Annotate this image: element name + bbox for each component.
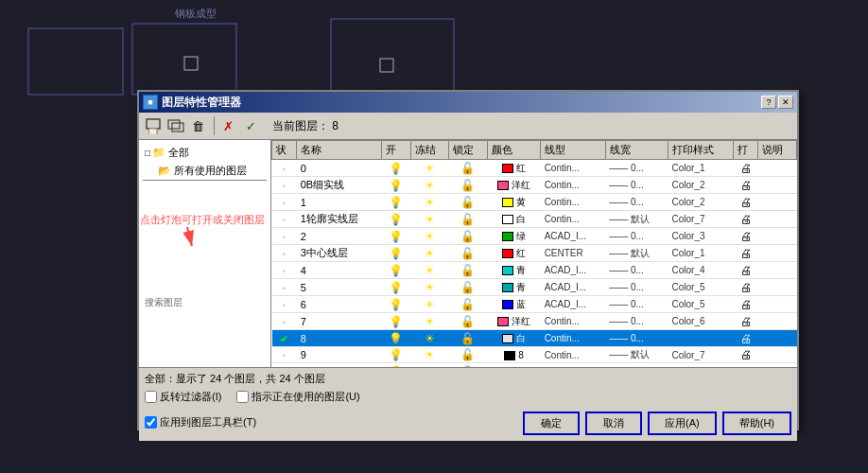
row-plot[interactable]: 🖨 [734,177,758,194]
row-plot[interactable]: 🖨 [734,262,758,279]
table-row[interactable]: ◦6💡☀🔓 蓝ACAD_I...—— 0...Color_5🖨 [272,296,797,313]
row-print-style[interactable]: Color_6 [668,313,734,330]
row-lock-toggle[interactable]: 🔓 [449,330,488,347]
row-plot[interactable]: 🖨 [734,313,758,330]
row-freeze-toggle[interactable]: ☀ [410,347,449,363]
row-lock-toggle[interactable]: 🔓 [449,279,488,296]
row-lock-toggle[interactable]: 🔓 [449,245,488,262]
row-on-toggle[interactable]: 💡 [382,177,410,194]
row-plot[interactable]: 🖨 [734,347,758,363]
row-freeze-toggle[interactable]: ☀ [410,330,449,347]
row-color[interactable]: 青 [487,262,541,279]
row-print-style[interactable]: Color_7 [668,347,734,363]
row-linetype[interactable]: CENTER [541,245,606,262]
row-linetype[interactable]: ACAD_I... [541,262,606,279]
row-color[interactable]: 红 [487,160,541,177]
row-plot[interactable]: 🖨 [734,228,758,245]
row-color[interactable]: 白 [487,330,541,347]
row-linewidth[interactable]: —— 默认 [605,211,668,228]
row-linewidth[interactable]: —— 0... [605,228,668,245]
row-name[interactable]: 6 [297,296,382,313]
row-linewidth[interactable]: —— 0... [605,296,668,313]
row-linetype[interactable]: ACAD_I... [541,228,606,245]
row-print-style[interactable]: Color_7 [668,363,734,368]
layer-table-panel[interactable]: 状 名称 开 冻结 锁定 颜色 线型 线宽 打印样式 打 说明 ◦0💡☀🔓 红C… [271,140,797,367]
row-name[interactable]: 7 [297,313,382,330]
row-color[interactable]: 青 [487,279,541,296]
table-row[interactable]: ◦0💡☀🔓 红Contin...—— 0...Color_1🖨 [272,160,797,177]
row-plot[interactable]: 🖨 [734,160,758,177]
table-row[interactable]: ◦2💡☀🔓 绿ACAD_I...—— 0...Color_3🖨 [272,228,797,245]
delete-layer-btn[interactable]: 🗑 [188,115,209,136]
table-row[interactable]: ◦3中心线层💡☀🔓 红CENTER—— 默认Color_1🖨 [272,245,797,262]
table-row[interactable]: ✔8💡☀🔓 白Contin...—— 0...🖨 [272,330,797,347]
row-print-style[interactable]: Color_5 [668,296,734,313]
table-row[interactable]: ◦1轮廓实线层💡☀🔓 白Contin...—— 默认Color_7🖨 [272,211,797,228]
row-color[interactable]: 白 [487,211,541,228]
table-row[interactable]: ◦5💡☀🔓 青ACAD_I...—— 0...Color_5🖨 [272,279,797,296]
show-active-checkbox[interactable]: 指示正在使用的图层(U) [236,390,359,404]
row-freeze-toggle[interactable]: ☀ [410,211,449,228]
row-name[interactable]: 4 [297,262,382,279]
row-print-style[interactable] [668,330,734,347]
row-plot[interactable]: 🖨 [734,279,758,296]
row-lock-toggle[interactable]: 🔓 [449,262,488,279]
row-linewidth[interactable]: —— 0... [605,177,668,194]
row-plot[interactable]: 🖨 [734,363,758,368]
row-print-style[interactable]: Color_1 [668,245,734,262]
row-on-toggle[interactable]: 💡 [382,296,410,313]
apply-toolbar-input[interactable] [145,416,157,429]
row-print-style[interactable]: Color_5 [668,279,734,296]
row-lock-toggle[interactable]: 🔓 [449,296,488,313]
row-linewidth[interactable]: —— 默认 [605,347,668,363]
row-plot[interactable]: 🖨 [734,245,758,262]
row-lock-toggle[interactable]: 🔓 [449,177,488,194]
row-linetype[interactable]: Contin... [541,160,606,177]
row-name[interactable]: 1轮廓实线层 [297,211,382,228]
row-linetype[interactable]: Contin... [541,194,606,211]
row-lock-toggle[interactable]: 🔓 [449,194,488,211]
row-linetype[interactable]: Contin... [541,313,606,330]
row-linewidth[interactable]: —— 0... [605,313,668,330]
row-freeze-toggle[interactable]: ☀ [410,177,449,194]
row-on-toggle[interactable]: 💡 [382,211,410,228]
row-lock-toggle[interactable]: 🔓 [449,211,488,228]
row-freeze-toggle[interactable]: ☀ [410,296,449,313]
apply-toolbar-checkbox[interactable]: 应用到图层工具栏(T) [145,415,256,429]
row-name[interactable]: 3中心线层 [297,245,382,262]
row-freeze-toggle[interactable]: ☀ [410,313,449,330]
row-print-style[interactable]: Color_1 [668,160,734,177]
row-color[interactable]: 蓝 [487,296,541,313]
row-lock-toggle[interactable]: 🔓 [449,160,488,177]
row-linetype[interactable]: Contin... [541,177,606,194]
row-linetype[interactable]: Contin... [541,330,606,347]
row-name[interactable]: 1 [297,194,382,211]
table-row[interactable]: ◦CSX💡☀🔓 白Contin...—— 默认Color_7🖨 [272,363,797,368]
row-freeze-toggle[interactable]: ☀ [410,262,449,279]
row-print-style[interactable]: Color_2 [668,194,734,211]
row-linewidth[interactable]: —— 0... [605,160,668,177]
row-on-toggle[interactable]: 💡 [382,313,410,330]
row-freeze-toggle[interactable]: ☀ [410,228,449,245]
row-plot[interactable]: 🖨 [734,194,758,211]
new-layer-btn[interactable]: 📋 [143,115,164,136]
row-lock-toggle[interactable]: 🔓 [449,363,488,368]
invert-filter-checkbox[interactable]: 反转过滤器(I) [145,390,221,404]
row-freeze-toggle[interactable]: ☀ [410,245,449,262]
row-name[interactable]: 8 [297,330,382,347]
new-layer-vp-btn[interactable] [165,115,186,136]
confirm-btn[interactable]: ✓ [242,115,263,136]
row-name[interactable]: 0B细实线 [297,177,382,194]
row-color[interactable]: 洋红 [487,177,541,194]
table-row[interactable]: ◦1💡☀🔓 黄Contin...—— 0...Color_2🖨 [272,194,797,211]
row-color[interactable]: 黄 [487,194,541,211]
invert-filter-input[interactable] [145,391,157,403]
row-name[interactable]: 9 [297,347,382,363]
row-linewidth[interactable]: —— 0... [605,262,668,279]
table-row[interactable]: ◦7💡☀🔓 洋红Contin...—— 0...Color_6🖨 [272,313,797,330]
row-freeze-toggle[interactable]: ☀ [410,279,449,296]
row-linewidth[interactable]: —— 0... [605,194,668,211]
row-lock-toggle[interactable]: 🔓 [449,228,488,245]
close-title-btn[interactable]: ✕ [778,96,793,109]
row-on-toggle[interactable]: 💡 [382,330,410,347]
